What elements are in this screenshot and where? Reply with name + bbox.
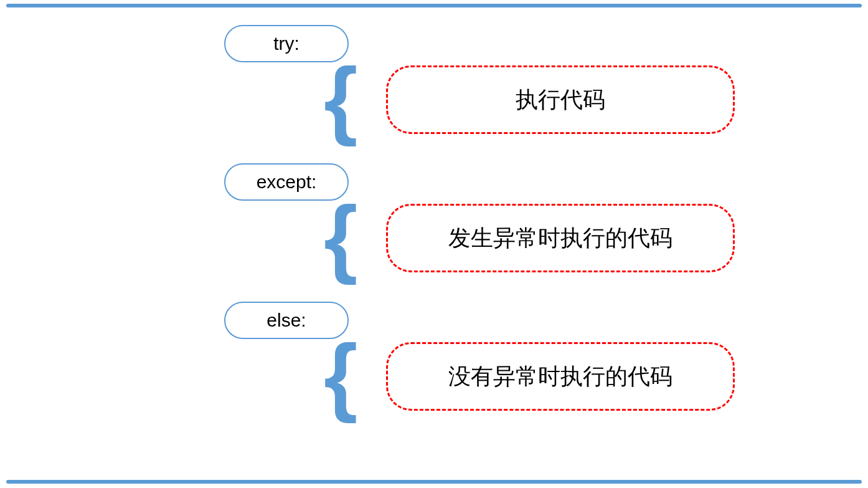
brace-icon: { <box>324 55 357 142</box>
try-body-box: 执行代码 <box>386 65 735 134</box>
except-body-text: 发生异常时执行的代码 <box>448 223 672 254</box>
else-body-box: 没有异常时执行的代码 <box>386 342 735 411</box>
top-divider <box>6 4 862 7</box>
except-body-box: 发生异常时执行的代码 <box>386 204 735 272</box>
try-label: try: <box>273 33 300 54</box>
bottom-divider <box>6 480 862 484</box>
else-body-text: 没有异常时执行的代码 <box>448 361 672 392</box>
else-label: else: <box>267 310 306 331</box>
try-body-text: 执行代码 <box>516 85 605 115</box>
except-label: except: <box>257 171 317 193</box>
brace-icon: { <box>324 332 357 419</box>
brace-icon: { <box>324 193 357 280</box>
